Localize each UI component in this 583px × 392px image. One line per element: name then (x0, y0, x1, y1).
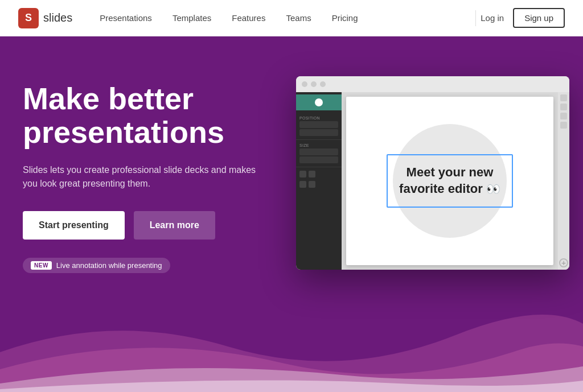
nav-features[interactable]: Features (232, 13, 265, 23)
learn-more-button[interactable]: Learn more (134, 211, 215, 240)
panel-tool-2 (309, 171, 315, 178)
panel-section-1: POSITION (296, 113, 342, 140)
slide-text-line2: favorite editor (399, 181, 483, 196)
editor-body: POSITION SIZE (296, 92, 569, 270)
titlebar-dot-2 (311, 81, 317, 87)
hero-title: Make better presentations (23, 82, 296, 150)
scrollbar-item-4 (560, 122, 567, 129)
start-presenting-button[interactable]: Start presenting (23, 211, 125, 240)
panel-tool-row-2 (299, 181, 338, 188)
slide-text-box: Meet your new favorite editor 👀 (387, 154, 513, 207)
logo-link[interactable]: S slides (18, 8, 72, 28)
hero-content-left: Make better presentations Slides lets yo… (23, 71, 296, 273)
wave-decoration (0, 278, 583, 392)
slide-text-line1: Meet your new (407, 165, 494, 179)
add-slide-button[interactable]: + (559, 258, 568, 267)
hero-badge: NEW Live annotation while presenting (23, 258, 170, 273)
slide-main-text: Meet your new favorite editor 👀 (399, 164, 500, 197)
panel-input-w (299, 148, 338, 155)
nav-auth: Log in Sign up (481, 8, 565, 28)
editor-left-panel: POSITION SIZE (296, 92, 342, 270)
badge-new-label: NEW (31, 261, 52, 270)
editor-preview: POSITION SIZE (296, 76, 569, 270)
nav-presentations[interactable]: Presentations (100, 13, 152, 23)
scrollbar-item-2 (560, 104, 567, 110)
panel-input-y (299, 129, 338, 136)
nav-teams[interactable]: Teams (286, 13, 311, 23)
panel-tool-4 (309, 181, 315, 188)
editor-slide-area: Meet your new favorite editor 👀 (342, 92, 558, 270)
logo-icon: S (18, 8, 39, 28)
titlebar-dot-3 (320, 81, 326, 87)
logo-name: slides (43, 11, 72, 24)
panel-circle-icon (315, 98, 323, 106)
panel-tool-1 (299, 171, 306, 178)
scrollbar-item-3 (560, 113, 567, 119)
nav-links: Presentations Templates Features Teams P… (100, 13, 471, 23)
panel-input-h (299, 156, 338, 163)
panel-top-bar (296, 94, 342, 110)
signup-button[interactable]: Sign up (513, 8, 565, 28)
scrollbar-item-1 (560, 94, 567, 101)
hero-section: Make better presentations Slides lets yo… (0, 36, 583, 392)
titlebar-dot-1 (302, 81, 307, 87)
plus-icon: + (561, 258, 566, 267)
slide-canvas: Meet your new favorite editor 👀 (346, 97, 553, 265)
slide-emoji: 👀 (486, 183, 500, 195)
panel-label-size: SIZE (299, 143, 309, 147)
nav-templates[interactable]: Templates (173, 13, 211, 23)
editor-scrollbar: + (558, 92, 569, 270)
panel-tools (296, 167, 342, 191)
hero-content-right: POSITION SIZE (296, 71, 569, 270)
panel-section-2: SIZE (296, 140, 342, 167)
login-button[interactable]: Log in (481, 13, 504, 23)
panel-input-x (299, 121, 338, 128)
panel-tool-row-1 (299, 171, 338, 178)
nav-pricing[interactable]: Pricing (332, 13, 358, 23)
panel-label-position: POSITION (299, 116, 320, 120)
nav-divider (475, 10, 476, 26)
editor-titlebar (296, 76, 569, 92)
badge-description: Live annotation while presenting (56, 261, 162, 270)
hero-buttons: Start presenting Learn more (23, 211, 296, 240)
panel-tool-3 (299, 181, 306, 188)
hero-subtitle: Slides lets you create professional slid… (23, 163, 268, 191)
navbar: S slides Presentations Templates Feature… (0, 0, 583, 36)
